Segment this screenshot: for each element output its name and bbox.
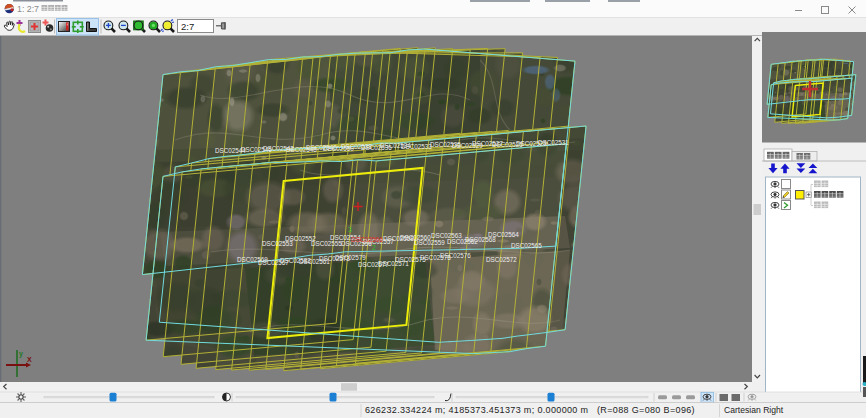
svg-text:DSC02572: DSC02572 — [486, 256, 517, 263]
svg-text:DSC02576: DSC02576 — [440, 252, 471, 259]
svg-text:Cartesian Right: Cartesian Right — [724, 405, 784, 415]
svg-text:DSC02555: DSC02555 — [311, 240, 342, 247]
svg-text:DSC02564: DSC02564 — [488, 231, 519, 238]
svg-text:2: 2 — [372, 244, 376, 251]
svg-text:X: X — [27, 356, 32, 363]
svg-text:DSC02579: DSC02579 — [335, 254, 366, 261]
svg-text:y: y — [19, 350, 23, 358]
svg-text:DSC02531: DSC02531 — [538, 139, 569, 146]
svg-text:DSC02533: DSC02533 — [401, 143, 432, 150]
svg-text:DSC02559: DSC02559 — [414, 239, 445, 246]
svg-text:626232.334224 m; 4185373.45137: 626232.334224 m; 4185373.451373 m; 0.000… — [365, 405, 695, 415]
svg-text:DSC02565: DSC02565 — [511, 242, 542, 249]
svg-text:3: 3 — [348, 226, 352, 233]
svg-text:2:7: 2:7 — [181, 21, 194, 32]
svg-text:1: 2:7: 1: 2:7 — [17, 4, 39, 14]
svg-text:DSC02566: DSC02566 — [351, 236, 383, 243]
